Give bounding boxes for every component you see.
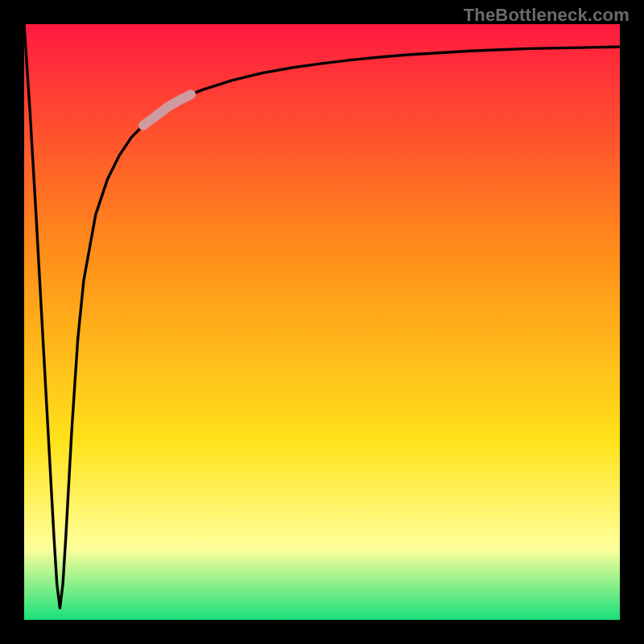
bottleneck-curve (24, 24, 620, 608)
watermark-text: TheBottleneck.com (464, 5, 630, 26)
chart-container: TheBottleneck.com (0, 0, 644, 644)
highlight-segment (143, 94, 191, 125)
plot-area (24, 24, 620, 620)
curve-layer (24, 24, 620, 620)
